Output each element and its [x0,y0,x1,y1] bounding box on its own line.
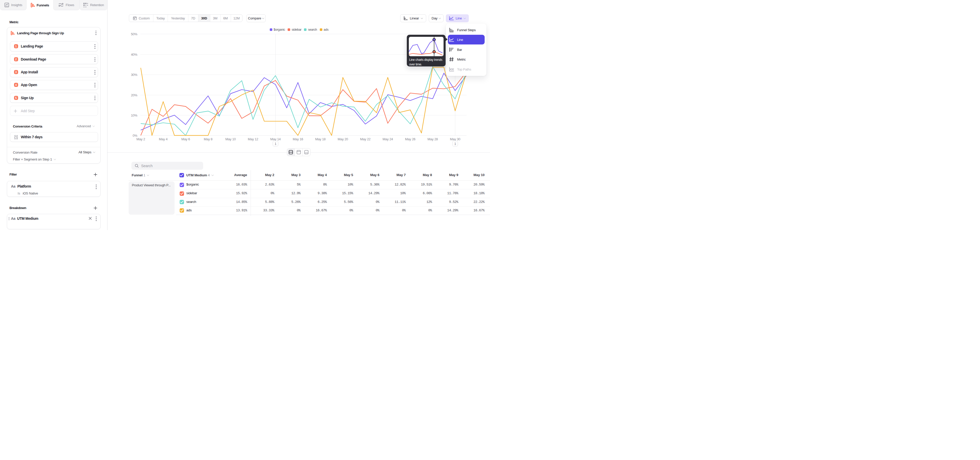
svg-text:May 16: May 16 [293,137,303,141]
svg-text:May 18: May 18 [315,137,326,141]
svg-text:0%: 0% [133,134,138,137]
svg-text:May 4: May 4 [159,137,167,141]
svg-text:1: 1 [454,142,456,146]
svg-text:May 22: May 22 [360,137,371,141]
svg-text:May 20: May 20 [338,137,348,141]
svg-text:1: 1 [275,142,277,146]
svg-text:May 28: May 28 [428,137,438,141]
svg-text:May 30: May 30 [450,137,460,141]
svg-text:May 12: May 12 [248,137,258,141]
svg-text:May 26: May 26 [405,137,415,141]
svg-text:May 2: May 2 [136,137,145,141]
svg-text:40%: 40% [131,53,138,56]
svg-text:May 24: May 24 [383,137,393,141]
svg-text:30%: 30% [131,73,138,77]
svg-text:20%: 20% [131,93,138,97]
svg-text:10%: 10% [131,113,138,117]
svg-text:May 6: May 6 [181,137,190,141]
svg-text:50%: 50% [131,32,138,36]
svg-text:May 8: May 8 [204,137,212,141]
svg-text:May 10: May 10 [225,137,236,141]
svg-text:May 14: May 14 [270,137,281,141]
